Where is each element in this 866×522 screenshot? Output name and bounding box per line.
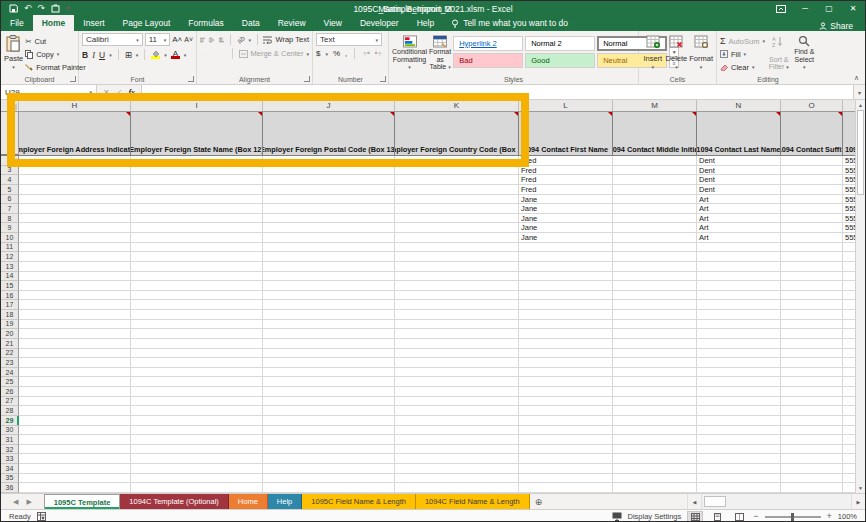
formula-bar-expand-icon[interactable]: ▾ [853, 85, 865, 99]
zoom-slider[interactable] [765, 516, 821, 518]
cell-I26[interactable] [131, 387, 263, 397]
cell-L35[interactable] [519, 474, 613, 484]
cell-H11[interactable] [19, 243, 131, 253]
cell-K36[interactable] [395, 483, 519, 493]
alignment-dialog-launcher-icon[interactable] [304, 76, 310, 82]
cell-L20[interactable] [519, 329, 613, 339]
cell-K8[interactable] [395, 214, 519, 224]
delete-cells-button[interactable]: Delete▾ [666, 33, 688, 73]
account-name[interactable]: Martin, Benjamin M [378, 4, 461, 14]
cell-I24[interactable] [131, 368, 263, 378]
cell-M12[interactable] [613, 252, 697, 262]
row-number[interactable]: 5 [1, 185, 19, 195]
cell-I23[interactable] [131, 358, 263, 368]
cell-L21[interactable] [519, 339, 613, 349]
cell-J24[interactable] [263, 368, 395, 378]
sheet-tab-1094c-template-optional[interactable]: 1094C Template (Optional) [120, 494, 229, 509]
increase-indent-icon[interactable] [226, 50, 227, 58]
format-painter-button[interactable]: Format Painter [25, 61, 86, 73]
cell-L30[interactable] [519, 426, 613, 436]
cell-J12[interactable] [263, 252, 395, 262]
cell-K34[interactable] [395, 464, 519, 474]
row-number[interactable]: 22 [1, 349, 19, 359]
cell-I14[interactable] [131, 272, 263, 282]
cell-K33[interactable] [395, 454, 519, 464]
cell-K27[interactable] [395, 397, 519, 407]
cell-O13[interactable] [781, 262, 843, 272]
row-number[interactable]: 10 [1, 233, 19, 243]
row-number[interactable]: 1 [1, 112, 19, 155]
column-header-N[interactable]: N [697, 100, 781, 111]
cell-M30[interactable] [613, 426, 697, 436]
sheet-tab-1095c-template[interactable]: 1095C Template [44, 494, 121, 509]
cell-N26[interactable] [697, 387, 781, 397]
cell-I11[interactable] [131, 243, 263, 253]
cell-N4[interactable]: Dent [697, 175, 781, 185]
fill-color-button[interactable] [151, 50, 160, 59]
cell-N7[interactable]: Art [697, 204, 781, 214]
cell-I35[interactable] [131, 474, 263, 484]
cell-M27[interactable] [613, 397, 697, 407]
cell-H17[interactable] [19, 300, 131, 310]
row-number[interactable]: 21 [1, 339, 19, 349]
cell-style-good[interactable]: Good [525, 53, 595, 68]
cell-O3[interactable] [781, 166, 843, 176]
cell-L6[interactable]: Jane [519, 195, 613, 205]
wrap-text-button[interactable]: Wrap Text [263, 34, 309, 46]
cell-O19[interactable] [781, 320, 843, 330]
cell-K17[interactable] [395, 300, 519, 310]
cell-M9[interactable] [613, 223, 697, 233]
cell-H15[interactable] [19, 281, 131, 291]
cell-M4[interactable] [613, 175, 697, 185]
cell-K9[interactable] [395, 223, 519, 233]
cell-L36[interactable] [519, 483, 613, 493]
insert-cells-button[interactable]: Insert▾ [642, 33, 664, 73]
cell-M7[interactable] [613, 204, 697, 214]
cell-M36[interactable] [613, 483, 697, 493]
cell-K14[interactable] [395, 272, 519, 282]
tab-insert[interactable]: Insert [74, 15, 113, 31]
cell-O7[interactable] [781, 204, 843, 214]
ribbon-display-options-icon[interactable] [769, 1, 793, 16]
merge-center-button[interactable]: Merge & Center▾ [239, 48, 309, 60]
row-number[interactable]: 15 [1, 281, 19, 291]
cell-I16[interactable] [131, 291, 263, 301]
cell-H22[interactable] [19, 349, 131, 359]
percent-style-icon[interactable]: % [333, 49, 340, 58]
cell-M25[interactable] [613, 377, 697, 387]
zoom-out-icon[interactable]: − [753, 512, 758, 521]
row-number[interactable]: 3 [1, 166, 19, 176]
row-number[interactable]: 35 [1, 474, 19, 484]
row-number[interactable]: 8 [1, 214, 19, 224]
cell-N35[interactable] [697, 474, 781, 484]
row-number[interactable]: 9 [1, 223, 19, 233]
row-number[interactable]: 4 [1, 175, 19, 185]
row-number[interactable]: 14 [1, 272, 19, 282]
tab-review[interactable]: Review [269, 15, 315, 31]
cell-O36[interactable] [781, 483, 843, 493]
cell-J17[interactable] [263, 300, 395, 310]
cell-K11[interactable] [395, 243, 519, 253]
cell-I30[interactable] [131, 426, 263, 436]
cell-I12[interactable] [131, 252, 263, 262]
cell-I32[interactable] [131, 445, 263, 455]
cell-N29[interactable] [697, 416, 781, 426]
cell-O8[interactable] [781, 214, 843, 224]
decrease-indent-icon[interactable] [221, 50, 222, 58]
horizontal-scroll-thumb[interactable] [704, 496, 726, 507]
header-cell-K[interactable]: Employer Foreign Country Code (Box 13) [395, 112, 519, 155]
cell-I10[interactable] [131, 233, 263, 243]
cell-O21[interactable] [781, 339, 843, 349]
cell-H12[interactable] [19, 252, 131, 262]
tab-home[interactable]: Home [33, 15, 75, 31]
cell-K29[interactable] [395, 416, 519, 426]
cell-N9[interactable]: Art [697, 223, 781, 233]
cell-H3[interactable] [19, 166, 131, 176]
cell-M13[interactable] [613, 262, 697, 272]
close-button[interactable]: ✕ [841, 1, 865, 16]
cell-K13[interactable] [395, 262, 519, 272]
cell-N25[interactable] [697, 377, 781, 387]
cell-N16[interactable] [697, 291, 781, 301]
header-cell-J[interactable]: Employer Foreign Postal Code (Box 13) [263, 112, 395, 155]
zoom-slider-thumb[interactable] [791, 513, 794, 521]
